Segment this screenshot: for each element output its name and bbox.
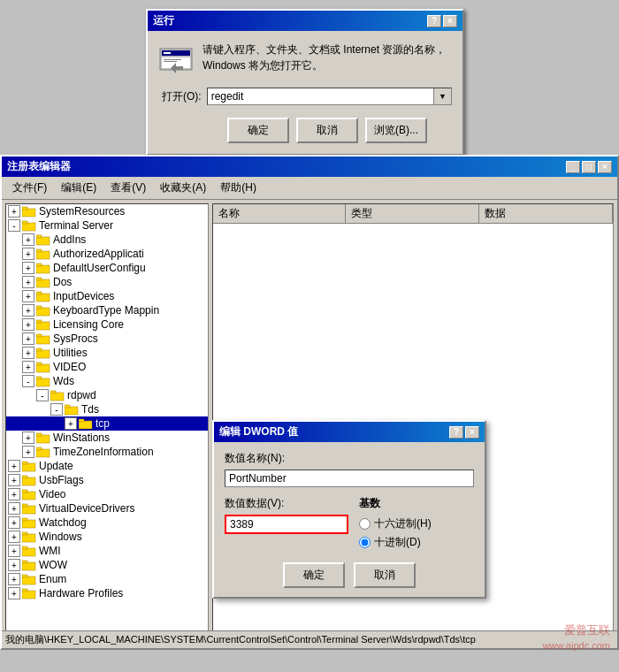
run-ok-btn[interactable]: 确定 xyxy=(227,118,289,143)
expand-icon-wow[interactable]: + xyxy=(8,559,20,571)
tree-node-watchdog[interactable]: +Watchdog xyxy=(6,515,208,530)
expand-icon-inputdevices[interactable]: + xyxy=(22,290,34,302)
expand-icon-wmi[interactable]: + xyxy=(8,545,20,557)
svg-rect-61 xyxy=(22,591,35,599)
dword-value-input[interactable] xyxy=(225,515,348,534)
expand-icon-video[interactable]: + xyxy=(22,361,34,373)
dword-cancel-btn[interactable]: 取消 xyxy=(354,562,416,588)
tree-node-video2[interactable]: +Video xyxy=(6,487,208,501)
tree-node-terminalserver[interactable]: -Terminal Server xyxy=(6,218,208,233)
tree-node-update[interactable]: +Update xyxy=(6,459,208,473)
folder-icon-utilities xyxy=(36,347,50,359)
expand-icon-timezoneinfo[interactable]: + xyxy=(22,446,34,458)
expand-icon-terminalserver[interactable]: - xyxy=(8,219,20,232)
col-type[interactable]: 类型 xyxy=(345,204,478,224)
dword-ok-btn[interactable]: 确定 xyxy=(283,562,345,588)
tree-node-keyboardtype[interactable]: +KeyboardType Mappin xyxy=(6,303,208,317)
run-input[interactable] xyxy=(208,88,433,104)
run-browse-btn[interactable]: 浏览(B)... xyxy=(365,118,427,143)
tree-node-wmi[interactable]: +WMI xyxy=(6,544,208,558)
hex-radio[interactable] xyxy=(359,518,371,530)
menu-help[interactable]: 帮助(H) xyxy=(213,179,264,197)
svg-rect-47 xyxy=(22,492,35,500)
expand-icon-windows[interactable]: + xyxy=(8,531,20,543)
run-cancel-btn[interactable]: 取消 xyxy=(296,118,358,143)
tree-node-inputdevices[interactable]: +InputDevices xyxy=(6,289,208,303)
run-question-btn[interactable]: ? xyxy=(427,15,441,27)
tree-node-authorizedapp[interactable]: +AuthorizedApplicati xyxy=(6,247,208,261)
tree-node-enum[interactable]: +Enum xyxy=(6,572,208,586)
run-close-btn[interactable]: × xyxy=(443,15,457,27)
tree-node-rdpwd[interactable]: -rdpwd xyxy=(6,388,208,402)
col-data[interactable]: 数据 xyxy=(478,204,612,224)
tree-node-video[interactable]: +VIDEO xyxy=(6,360,208,374)
expand-icon-keyboardtype[interactable]: + xyxy=(22,304,34,317)
status-bar: 我的电脑\HKEY_LOCAL_MACHINE\SYSTEM\CurrentCo… xyxy=(2,630,617,648)
regedit-min-btn[interactable]: _ xyxy=(566,161,580,173)
dword-title-btns: ? × xyxy=(449,426,479,439)
tree-node-tcp[interactable]: +tcp xyxy=(6,416,208,431)
expand-icon-tcp[interactable]: + xyxy=(65,417,77,430)
expand-icon-tds[interactable]: - xyxy=(50,403,63,416)
regedit-close-btn[interactable]: × xyxy=(598,161,612,173)
expand-icon-defaultuser[interactable]: + xyxy=(22,262,34,274)
menu-file[interactable]: 文件(F) xyxy=(5,179,54,197)
menu-favorites[interactable]: 收藏夹(A) xyxy=(153,179,213,197)
tree-node-windows[interactable]: +Windows xyxy=(6,530,208,544)
svg-rect-10 xyxy=(22,221,27,224)
dec-radio[interactable] xyxy=(359,537,371,548)
tree-node-defaultuser[interactable]: +DefaultUserConfigu xyxy=(6,261,208,275)
tree-node-wds[interactable]: -Wds xyxy=(6,374,208,388)
dword-name-input[interactable] xyxy=(225,470,474,487)
tree-node-timezoneinfo[interactable]: +TimeZoneInformation xyxy=(6,445,208,459)
expand-icon-usbflags[interactable]: + xyxy=(8,474,20,486)
menu-view[interactable]: 查看(V) xyxy=(103,179,153,197)
tree-label-authorizedapp: AuthorizedApplicati xyxy=(53,248,144,260)
tree-panel[interactable]: +SystemResources-Terminal Server+AddIns+… xyxy=(5,203,209,642)
tree-node-usbflags[interactable]: +UsbFlags xyxy=(6,473,208,487)
expand-icon-virtualdevice[interactable]: + xyxy=(8,502,20,515)
expand-icon-hardwareprofiles[interactable]: + xyxy=(8,587,20,599)
tree-node-licensingcore[interactable]: +Licensing Core xyxy=(6,317,208,332)
expand-icon-utilities[interactable]: + xyxy=(22,347,34,359)
expand-icon-licensingcore[interactable]: + xyxy=(22,318,34,331)
svg-rect-46 xyxy=(22,476,27,478)
expand-icon-watchdog[interactable]: + xyxy=(8,516,20,529)
svg-rect-57 xyxy=(22,562,35,570)
tree-node-winstations[interactable]: +WinStations xyxy=(6,431,208,445)
tree-label-video: VIDEO xyxy=(53,361,86,373)
tree-node-sysprocs[interactable]: +SysProcs xyxy=(6,332,208,346)
expand-icon-wds[interactable]: - xyxy=(22,375,34,387)
expand-icon-enum[interactable]: + xyxy=(8,573,20,585)
tree-label-windows: Windows xyxy=(39,531,82,543)
tree-label-update: Update xyxy=(39,460,73,472)
expand-icon-update[interactable]: + xyxy=(8,460,20,472)
menu-edit[interactable]: 编辑(E) xyxy=(54,179,103,197)
tree-node-utilities[interactable]: +Utilities xyxy=(6,346,208,360)
expand-icon-winstations[interactable]: + xyxy=(22,431,34,444)
regedit-max-btn[interactable]: □ xyxy=(582,161,596,173)
tree-node-dos[interactable]: +Dos xyxy=(6,275,208,289)
tree-node-addins[interactable]: +AddIns xyxy=(6,233,208,247)
tree-node-virtualdevice[interactable]: +VirtualDeviceDrivers xyxy=(6,501,208,515)
tree-node-wow[interactable]: +WOW xyxy=(6,558,208,572)
expand-icon-video2[interactable]: + xyxy=(8,488,20,500)
expand-icon-authorizedapp[interactable]: + xyxy=(22,248,34,260)
svg-rect-19 xyxy=(36,294,50,302)
expand-icon-addins[interactable]: + xyxy=(22,233,34,246)
expand-icon-systemresources[interactable]: + xyxy=(8,205,20,218)
expand-icon-dos[interactable]: + xyxy=(22,276,34,288)
run-dropdown-btn[interactable]: ▼ xyxy=(433,88,451,104)
tree-node-systemresources[interactable]: +SystemResources xyxy=(6,204,208,218)
tree-label-winstations: WinStations xyxy=(53,431,110,444)
expand-icon-rdpwd[interactable]: - xyxy=(36,389,49,401)
dword-close-btn[interactable]: × xyxy=(465,426,479,439)
dword-question-btn[interactable]: ? xyxy=(449,426,463,439)
col-name[interactable]: 名称 xyxy=(213,204,345,224)
tree-node-hardwareprofiles[interactable]: +Hardware Profiles xyxy=(6,586,208,600)
tree-label-usbflags: UsbFlags xyxy=(39,474,84,486)
tree-node-tds[interactable]: -Tds xyxy=(6,402,208,416)
run-input-combo[interactable]: ▼ xyxy=(207,88,452,105)
svg-rect-21 xyxy=(36,308,50,316)
expand-icon-sysprocs[interactable]: + xyxy=(22,332,34,345)
